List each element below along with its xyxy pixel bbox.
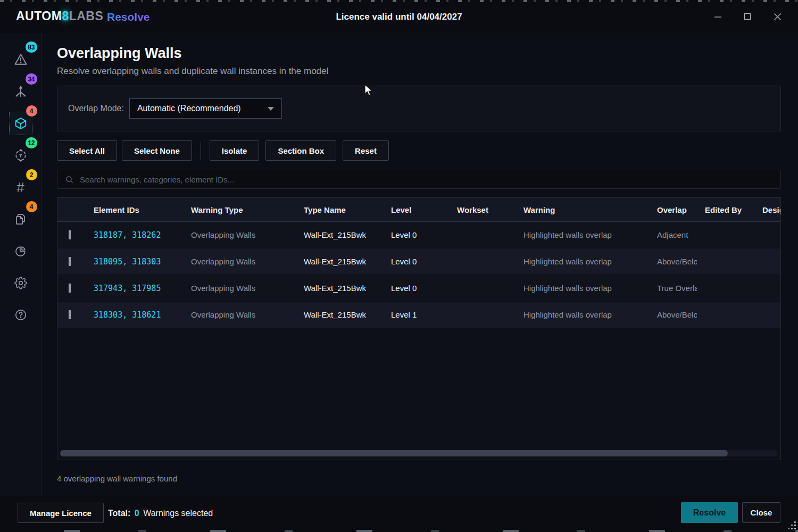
warning-type-cell: Overlapping Walls [183, 284, 296, 293]
overlaps-count-badge: 4 [26, 105, 37, 117]
manage-licence-button[interactable]: Manage Licence [18, 503, 104, 523]
sidebar-item-help[interactable] [7, 299, 34, 331]
element-ids-link[interactable]: 317943, 317985 [86, 284, 183, 293]
search-bar [57, 170, 781, 189]
pinned-count-badge: 34 [26, 73, 37, 85]
table-header-row: Element IDs Warning Type Type Name Level… [57, 198, 780, 222]
table-row[interactable]: 318303, 318621 Overlapping Walls Wall-Ex… [57, 302, 780, 328]
search-input[interactable] [80, 175, 773, 184]
type-name-cell: Wall-Ext_215Bwk [296, 284, 383, 293]
sidebar-item-duplicates[interactable]: 4 [7, 203, 34, 235]
row-checkbox[interactable] [69, 257, 71, 266]
type-name-cell: Wall-Ext_215Bwk [296, 310, 383, 319]
sidebar-item-moved-elements[interactable]: 12 [7, 139, 34, 171]
row-checkbox[interactable] [69, 310, 71, 319]
sidebar-item-numbering[interactable]: 2 # [7, 171, 34, 203]
window-controls [706, 7, 788, 26]
minimize-button[interactable] [706, 7, 729, 26]
level-cell: Level 0 [383, 257, 449, 266]
element-ids-link[interactable]: 318303, 318621 [86, 310, 183, 320]
warning-cell: Highlighted walls overlap [516, 257, 649, 266]
warnings-count-badge: 83 [26, 41, 37, 53]
select-all-button[interactable]: Select All [57, 140, 117, 161]
section-box-button[interactable]: Section Box [265, 140, 336, 161]
sidebar-item-pinned-elements[interactable]: 34 [7, 76, 34, 107]
pie-chart-icon [14, 244, 28, 258]
header-overlap: Overlap [649, 205, 697, 214]
sidebar: 83 34 4 12 [0, 33, 41, 496]
horizontal-scrollbar-track[interactable] [60, 450, 778, 456]
background-screen-artifact-bottom [0, 530, 798, 532]
table-row[interactable]: 318187, 318262 Overlapping Walls Wall-Ex… [57, 222, 780, 248]
level-cell: Level 0 [383, 284, 449, 293]
header-edited-by: Edited By [697, 205, 754, 214]
overlap-mode-label: Overlap Mode: [68, 104, 124, 113]
page-title: Overlapping Walls [57, 45, 182, 62]
total-count: 0 [133, 509, 141, 518]
element-ids-link[interactable]: 318095, 318303 [86, 257, 183, 267]
element-ids-link[interactable]: 318187, 318262 [86, 230, 183, 240]
resize-grip[interactable] [787, 521, 796, 529]
footer: Manage Licence Total: 0 Warnings selecte… [0, 496, 798, 532]
close-window-button[interactable] [766, 7, 788, 26]
table-row[interactable]: 318095, 318303 Overlapping Walls Wall-Ex… [57, 248, 780, 275]
search-icon [65, 175, 74, 184]
header-level: Level [383, 205, 449, 214]
isolate-button[interactable]: Isolate [210, 140, 260, 161]
resolve-button[interactable]: Resolve [681, 502, 738, 523]
select-none-button[interactable]: Select None [122, 140, 192, 161]
type-name-cell: Wall-Ext_215Bwk [296, 230, 383, 239]
close-icon [774, 13, 782, 21]
chevron-down-icon [268, 107, 274, 111]
overlap-mode-panel: Overlap Mode: Automatic (Recommended) [57, 86, 781, 131]
close-button[interactable]: Close [742, 502, 780, 523]
toolbar: Select All Select None Isolate Section B… [57, 140, 389, 161]
warning-cell: Highlighted walls overlap [516, 284, 649, 293]
overlap-cell: Above/Below [649, 310, 697, 319]
licence-status-text: Licence valid until 04/04/2027 [0, 12, 798, 22]
reset-button[interactable]: Reset [343, 140, 389, 161]
horizontal-scrollbar-thumb[interactable] [60, 450, 728, 456]
free-orbit-icon [13, 148, 28, 163]
type-name-cell: Wall-Ext_215Bwk [296, 257, 383, 266]
warning-type-cell: Overlapping Walls [183, 257, 296, 266]
total-label: Total: [108, 509, 130, 518]
total-suffix: Warnings selected [143, 509, 213, 518]
duplicates-count-badge: 4 [26, 201, 37, 212]
copy-pages-icon [14, 212, 28, 226]
minimize-icon [714, 13, 722, 21]
overlap-cell: Above/Below [649, 257, 697, 266]
app-window: AUTOM8LABS Resolve Licence valid until 0… [0, 0, 798, 532]
maximize-icon [744, 13, 751, 20]
status-text: 4 overlapping wall warnings found [57, 474, 177, 483]
overlap-mode-dropdown[interactable]: Automatic (Recommended) [129, 98, 282, 119]
header-warning-type: Warning Type [183, 205, 296, 214]
row-checkbox[interactable] [69, 284, 71, 293]
warning-cell: Highlighted walls overlap [516, 310, 649, 319]
page-subtitle: Resolve overlapping walls and duplicate … [57, 66, 328, 77]
sidebar-item-settings[interactable] [7, 267, 34, 299]
row-checkbox[interactable] [69, 230, 71, 239]
hash-icon: # [16, 180, 24, 194]
table-row[interactable]: 317943, 317985 Overlapping Walls Wall-Ex… [57, 275, 780, 302]
overlap-cell: Adjacent [649, 230, 697, 239]
sidebar-item-reports[interactable] [7, 235, 34, 267]
help-icon [14, 308, 28, 322]
gear-icon [14, 276, 28, 290]
warnings-table: Element IDs Warning Type Type Name Level… [57, 197, 781, 460]
maximize-button[interactable] [736, 7, 759, 26]
titlebar: AUTOM8LABS Resolve Licence valid until 0… [0, 0, 798, 33]
level-cell: Level 1 [383, 310, 449, 319]
selection-summary: Total: 0 Warnings selected [108, 509, 213, 518]
tripod-axes-icon [13, 84, 28, 99]
sidebar-item-warnings[interactable]: 83 [7, 44, 34, 76]
sidebar-item-overlapping-walls[interactable]: 4 [7, 107, 34, 139]
warning-type-cell: Overlapping Walls [183, 230, 296, 239]
cube-icon [13, 116, 28, 131]
header-design-option: Design Option [754, 205, 781, 214]
header-element-ids: Element IDs [86, 205, 183, 214]
header-workset: Workset [449, 205, 516, 214]
numbering-count-badge: 2 [26, 169, 37, 180]
toolbar-divider [201, 142, 201, 160]
overlap-mode-value: Automatic (Recommended) [137, 104, 268, 113]
